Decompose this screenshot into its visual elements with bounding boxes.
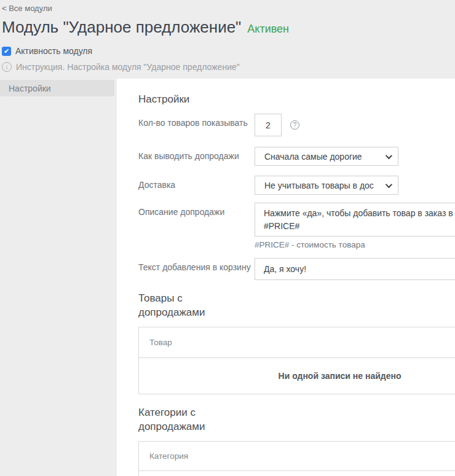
products-count-row: Кол-во товаров показывать ? [138, 114, 455, 136]
question-icon[interactable]: ? [290, 120, 299, 130]
upsell-order-selected-value: Сначала самые дорогие [264, 152, 362, 162]
sidebar: Настройки [0, 79, 117, 476]
add-to-cart-text-label: Текст добавления в корзину [138, 258, 255, 273]
instruction-row[interactable]: i Инструкция. Настройка модуля "Ударное … [2, 62, 455, 72]
products-table: Товар Ни одной записи не найдено [138, 327, 455, 394]
page-title: Модуль "Ударное предложение" [2, 18, 241, 37]
add-to-cart-text-row: Текст добавления в корзину [138, 258, 455, 280]
delivery-label: Доставка [138, 176, 255, 191]
products-table-header: Товар [139, 327, 455, 358]
price-placeholder-hint: #PRICE# - стоимость товара [255, 240, 455, 249]
status-badge: Активен [247, 23, 289, 36]
title-row: Модуль "Ударное предложение" Активен [2, 18, 455, 37]
info-icon: i [2, 62, 12, 72]
instruction-link[interactable]: Инструкция. Настройка модуля "Ударное пр… [16, 62, 240, 72]
categories-column-header: Категория [149, 451, 188, 461]
chevron-down-icon [386, 152, 392, 158]
chevron-down-icon [386, 181, 392, 187]
page-layout: Настройки Настройки Кол-во товаров показ… [0, 79, 455, 476]
upsell-description-row: Описание допродажи Нажмите «да», чтобы д… [138, 203, 455, 249]
settings-content: Настройки Кол-во товаров показывать ? Ка… [117, 79, 455, 476]
breadcrumb-all-modules-link[interactable]: < Все модули [2, 4, 52, 13]
module-activity-row: ✔ Активность модуля [2, 46, 455, 56]
upsell-description-textarea[interactable]: Нажмите «да», чтобы добавить товар в зак… [255, 203, 455, 236]
upsell-order-select[interactable]: Сначала самые дорогие [255, 147, 398, 166]
activity-checkbox-label: Активность модуля [15, 46, 92, 56]
sidebar-item-label: Настройки [9, 84, 51, 93]
categories-section-heading: Категории с допродажами [138, 405, 234, 434]
categories-table-row [139, 471, 455, 476]
products-section-heading: Товары с допродажами [138, 291, 234, 319]
activity-checkbox[interactable]: ✔ [2, 47, 11, 56]
delivery-select[interactable]: Не учитывать товары в дос [255, 176, 398, 195]
delivery-selected-value: Не учитывать товары в дос [264, 181, 374, 190]
empty-message: Ни одной записи не найдено [279, 371, 402, 381]
delivery-row: Доставка Не учитывать товары в дос [138, 176, 455, 195]
products-count-label: Кол-во товаров показывать [138, 114, 255, 129]
page-header: < Все модули Модуль "Ударное предложение… [0, 0, 455, 79]
sidebar-item-settings[interactable]: Настройки [0, 80, 114, 96]
main-panel: Настройки Кол-во товаров показывать ? Ка… [117, 79, 455, 476]
categories-table: Категория [138, 441, 455, 476]
upsell-description-label: Описание допродажи [138, 203, 255, 218]
categories-table-header: Категория [139, 442, 455, 471]
upsell-order-label: Как выводить допродажи [138, 147, 255, 162]
products-table-empty-row: Ни одной записи не найдено [139, 358, 455, 394]
upsell-order-row: Как выводить допродажи Сначала самые дор… [138, 147, 455, 166]
checkmark-icon: ✔ [4, 48, 9, 55]
products-count-input[interactable] [255, 114, 282, 136]
settings-heading: Настройки [138, 79, 455, 106]
products-column-header: Товар [149, 338, 172, 347]
add-to-cart-text-input[interactable] [255, 258, 455, 280]
